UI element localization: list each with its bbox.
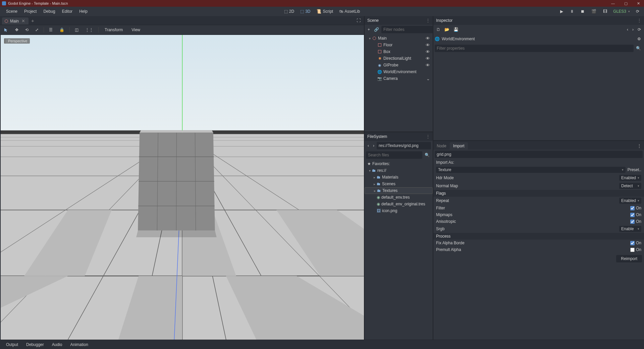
scene-tree[interactable]: ▾Main👁Floor👁Box👁✺DirectionalLight👁◉GIPro…: [365, 34, 433, 132]
fs-item-res---[interactable]: ▾🖿res://: [365, 167, 433, 174]
pause-button[interactable]: ⏸: [568, 8, 576, 15]
filesystem-path-input[interactable]: [377, 142, 431, 149]
scale-tool[interactable]: ⤢: [34, 27, 40, 33]
panel-menu-icon[interactable]: ⋮: [635, 142, 644, 150]
property-checkbox[interactable]: On: [630, 247, 641, 252]
lock-tool[interactable]: 🔒: [58, 27, 66, 33]
bottom-tab-animation[interactable]: Animation: [67, 341, 91, 348]
visibility-toggle-icon[interactable]: 👁: [426, 43, 431, 48]
visibility-toggle-icon[interactable]: 👁: [426, 56, 431, 61]
visibility-toggle-icon[interactable]: 👁: [426, 49, 431, 54]
property-checkbox[interactable]: On: [630, 241, 641, 245]
fs-item-default-env-original-tres[interactable]: ◉default_env_original.tres: [365, 201, 433, 207]
property-dropdown[interactable]: Enable▾: [619, 226, 641, 232]
nav-back-button[interactable]: ‹: [366, 142, 371, 149]
reimport-button[interactable]: Reimport: [616, 255, 642, 262]
search-icon[interactable]: 🔍: [634, 45, 643, 52]
menu-editor[interactable]: Editor: [59, 7, 76, 15]
stop-button[interactable]: ⏹: [579, 8, 587, 15]
scene-node-camera[interactable]: 📷Camera⌄: [365, 75, 433, 82]
resource-new-button[interactable]: 🗋: [435, 26, 442, 33]
distraction-free-button[interactable]: ⛶: [355, 17, 362, 24]
viewport-3d[interactable]: Perspective: [1, 35, 364, 340]
snap-tool[interactable]: ⋮⋮: [84, 27, 95, 33]
local-space-tool[interactable]: ◫: [73, 27, 80, 33]
import-as-dropdown[interactable]: Texture▾: [436, 167, 626, 173]
tree-arrow-icon[interactable]: ▾: [367, 169, 372, 172]
bottom-tab-debugger[interactable]: Debugger: [23, 341, 47, 348]
move-tool[interactable]: ✥: [13, 27, 20, 33]
preset-button[interactable]: Preset..: [628, 167, 641, 172]
workspace-assetlib-button[interactable]: 🛍AssetLib: [336, 8, 363, 15]
tree-arrow-icon[interactable]: ▾: [367, 37, 372, 40]
workspace-3d-button[interactable]: ⬚3D: [298, 8, 313, 15]
tree-arrow-icon[interactable]: ▸: [372, 182, 377, 186]
instance-scene-button[interactable]: 🔗: [372, 26, 381, 33]
property-checkbox[interactable]: On: [630, 206, 641, 210]
scene-node-giprobe[interactable]: ◉GIProbe👁: [365, 62, 433, 68]
visibility-toggle-icon[interactable]: 👁: [426, 63, 431, 68]
object-options-button[interactable]: ⚙: [636, 36, 643, 42]
workspace-script-button[interactable]: 📜Script: [314, 8, 336, 15]
tree-arrow-icon[interactable]: ▸: [372, 176, 377, 179]
panel-menu-icon[interactable]: ⋮: [637, 18, 641, 23]
property-checkbox[interactable]: On: [630, 212, 641, 217]
rotate-tool[interactable]: ⟲: [23, 27, 30, 33]
preview-icon[interactable]: ⌄: [426, 76, 431, 81]
import-file-input[interactable]: [435, 151, 643, 158]
select-tool[interactable]: [2, 27, 10, 33]
visibility-toggle-icon[interactable]: 👁: [426, 36, 431, 41]
resource-load-button[interactable]: 📂: [443, 26, 451, 33]
filesystem-tree[interactable]: ★ Favorites: ▾🖿res://▸🖿Materials▸🖿Scenes…: [365, 160, 433, 340]
scene-tab-main[interactable]: Main ✕: [2, 17, 29, 24]
scene-node-main[interactable]: ▾Main👁: [365, 35, 433, 42]
play-button[interactable]: ▶: [558, 8, 565, 15]
nav-forward-button[interactable]: ›: [371, 142, 376, 149]
fs-item-textures[interactable]: ▸🖿Textures: [365, 187, 433, 194]
tab-close-button[interactable]: ✕: [21, 18, 26, 23]
scene-node-floor[interactable]: Floor👁: [365, 42, 433, 48]
list-select-tool[interactable]: ☰: [47, 27, 54, 33]
perspective-badge[interactable]: Perspective: [4, 38, 30, 44]
scene-node-box[interactable]: Box👁: [365, 48, 433, 55]
panel-menu-icon[interactable]: ⋮: [426, 18, 430, 23]
fs-item-scenes[interactable]: ▸🖿Scenes: [365, 181, 433, 187]
add-node-button[interactable]: +: [366, 26, 372, 33]
history-back-button[interactable]: ‹: [625, 26, 630, 33]
fs-item-default-env-tres[interactable]: ◉default_env.tres: [365, 194, 433, 201]
workspace-2d-button[interactable]: ⬚2D: [281, 8, 297, 15]
minimize-icon[interactable]: —: [609, 1, 617, 6]
property-dropdown[interactable]: Detect▾: [619, 183, 641, 189]
close-icon[interactable]: ✕: [635, 1, 642, 6]
refresh-button[interactable]: ⟳: [634, 8, 641, 15]
property-dropdown[interactable]: Enabled▾: [619, 198, 641, 204]
play-custom-button[interactable]: 🎞: [601, 8, 609, 15]
bottom-tab-output[interactable]: Output: [3, 341, 21, 348]
tab-import[interactable]: Import: [450, 142, 468, 150]
favorites-row[interactable]: ★ Favorites:: [365, 160, 433, 167]
panel-menu-icon[interactable]: ⋮: [426, 134, 430, 139]
maximize-icon[interactable]: ▢: [622, 1, 630, 6]
renderer-dropdown[interactable]: GLES3▾: [612, 9, 631, 14]
history-forward-button[interactable]: ›: [631, 26, 635, 33]
menu-help[interactable]: Help: [76, 7, 91, 15]
menu-project[interactable]: Project: [21, 7, 40, 15]
transform-menu[interactable]: Transform: [102, 27, 125, 33]
fs-item-icon-png[interactable]: 🖼icon.png: [365, 207, 433, 214]
menu-scene[interactable]: Scene: [3, 7, 21, 15]
scene-node-worldenvironment[interactable]: 🌐WorldEnvironment: [365, 68, 433, 75]
bottom-tab-audio[interactable]: Audio: [49, 341, 66, 348]
filter-properties-input[interactable]: [435, 45, 634, 52]
filesystem-search-input[interactable]: [366, 151, 422, 159]
view-menu[interactable]: View: [129, 27, 143, 33]
new-tab-button[interactable]: +: [29, 17, 37, 24]
history-menu-button[interactable]: ⟳: [636, 26, 643, 33]
tree-arrow-icon[interactable]: ▸: [372, 189, 377, 193]
fs-item-materials[interactable]: ▸🖿Materials: [365, 174, 433, 181]
filter-nodes-input[interactable]: [381, 26, 436, 33]
property-dropdown[interactable]: Enabled▾: [619, 175, 641, 181]
scene-node-directionallight[interactable]: ✺DirectionalLight👁: [365, 55, 433, 62]
play-scene-button[interactable]: 🎬: [589, 8, 598, 15]
resource-save-button[interactable]: 💾: [452, 26, 460, 33]
property-checkbox[interactable]: On: [630, 219, 641, 224]
